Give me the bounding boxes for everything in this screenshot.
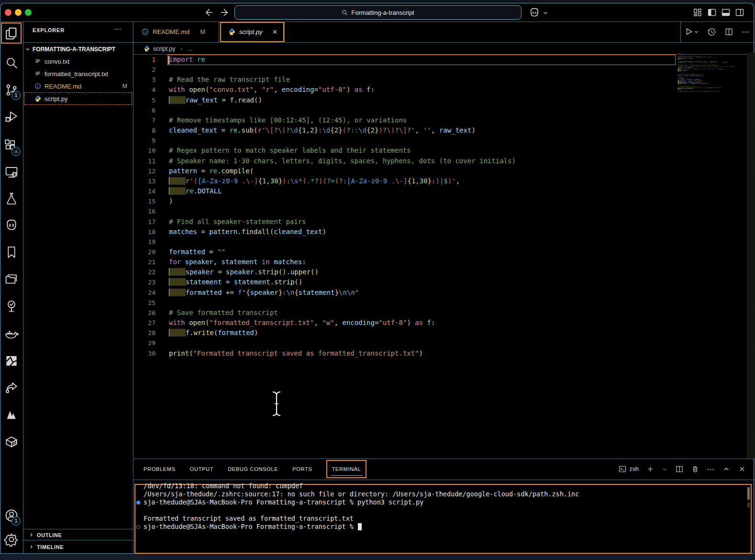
file-row-formatted_transcript.txt[interactable]: formatted_transcript.txt [24, 67, 132, 80]
chevron-right-icon [179, 46, 184, 51]
toggle-primary-sidebar-icon[interactable] [707, 7, 717, 18]
line-number[interactable]: 29 [133, 338, 155, 348]
timeline-section-header[interactable]: TIMELINE [23, 541, 133, 552]
panel-tab-debug-console[interactable]: DEBUG CONSOLE [228, 466, 278, 472]
file-row-convo.txt[interactable]: convo.txt [24, 55, 132, 67]
command-center-search[interactable]: Formatting-a-transcript [234, 5, 522, 20]
line-number[interactable]: 7 [133, 115, 155, 125]
minimap[interactable]: import re # Read the raw transcript file… [678, 53, 741, 93]
activity-item-search[interactable] [4, 55, 19, 70]
editor-scrollbar[interactable] [747, 53, 755, 459]
activity-item-remote-explorer[interactable] [4, 165, 19, 180]
explorer-more-actions-icon[interactable]: ⋯ [114, 25, 122, 34]
activity-item-settings[interactable] [4, 532, 19, 547]
file-row-script.py[interactable]: script.py [24, 92, 132, 105]
breadcrumb-file[interactable]: script.py [153, 45, 176, 52]
close-panel-icon[interactable] [738, 465, 746, 473]
activity-item-container[interactable] [4, 434, 19, 449]
command-decoration-hollow[interactable] [136, 525, 140, 529]
line-number[interactable]: 24 [133, 288, 155, 298]
line-number[interactable]: 8 [133, 125, 155, 135]
panel-tab-ports[interactable]: PORTS [292, 466, 312, 472]
kill-terminal-trash-icon[interactable] [691, 465, 699, 473]
line-number[interactable]: 30 [133, 348, 155, 358]
file-row-README.md[interactable]: README.mdM [24, 80, 132, 92]
run-python-button[interactable] [684, 27, 699, 36]
activity-item-accounts[interactable]: 1 [4, 508, 19, 523]
outline-section-header[interactable]: OUTLINE [23, 529, 133, 540]
tab-script-py[interactable]: script.py [220, 22, 284, 42]
panel-tab-terminal[interactable]: TERMINAL [326, 460, 366, 478]
copilot-icon[interactable] [528, 6, 541, 19]
activity-item-explorer[interactable] [4, 26, 19, 41]
tab-readme-md[interactable]: README.md M [133, 22, 219, 42]
command-decoration-filled[interactable] [136, 501, 140, 504]
line-number[interactable]: 17 [133, 217, 155, 227]
panel-tab-output[interactable]: OUTPUT [190, 466, 213, 472]
activity-item-source-control[interactable]: 1 [4, 82, 19, 98]
line-number[interactable]: 28 [133, 328, 155, 338]
split-editor-icon[interactable] [724, 27, 733, 36]
traffic-minimize-button[interactable] [15, 9, 22, 16]
editor-more-actions-icon[interactable]: ⋯ [742, 27, 750, 36]
new-terminal-icon[interactable] [646, 465, 655, 473]
code-editor[interactable]: 1import re23# Read the raw transcript fi… [133, 55, 747, 358]
activity-item-project-manager[interactable] [4, 271, 19, 287]
activity-item-mountain[interactable] [4, 407, 19, 423]
panel-more-actions-icon[interactable]: ⋯ [707, 465, 715, 474]
panel-tab-problems[interactable]: PROBLEMS [144, 466, 176, 472]
toggle-secondary-sidebar-icon[interactable] [734, 7, 745, 18]
line-number[interactable]: 13 [133, 176, 155, 186]
line-number[interactable]: 23 [133, 277, 155, 287]
activity-item-chat[interactable] [4, 217, 19, 233]
activity-item-run-debug[interactable] [4, 109, 19, 124]
activity-item-todo-tree[interactable] [4, 299, 19, 314]
traffic-zoom-button[interactable] [25, 9, 32, 16]
line-number[interactable]: 18 [133, 227, 155, 237]
line-number[interactable]: 25 [133, 298, 155, 308]
line-number[interactable]: 22 [133, 267, 155, 277]
terminal-output[interactable]: /dev/fd/13:18: command not found: compde… [134, 482, 746, 531]
line-number[interactable]: 12 [133, 166, 155, 176]
activity-item-testing[interactable] [4, 191, 19, 206]
timeline-history-icon[interactable] [707, 27, 716, 36]
line-number[interactable]: 3 [133, 75, 155, 85]
folder-section-header[interactable]: FORMATTING-A-TRANSCRIPT [25, 44, 132, 55]
line-number[interactable]: 4 [133, 85, 155, 95]
activity-item-share[interactable] [4, 380, 19, 395]
close-icon[interactable] [272, 29, 278, 35]
line-number[interactable]: 5 [133, 95, 155, 105]
line-number[interactable]: 2 [133, 65, 155, 75]
activity-item-extensions[interactable]: ⚠ [4, 138, 19, 154]
traffic-close-button[interactable] [5, 9, 11, 16]
line-number[interactable]: 9 [133, 135, 155, 146]
line-number[interactable]: 6 [133, 105, 155, 115]
breadcrumb[interactable]: script.py … [144, 43, 193, 54]
terminal-scrollbar-thumb[interactable] [747, 487, 750, 500]
line-number[interactable]: 21 [133, 257, 155, 267]
customize-layout-icon[interactable] [692, 7, 703, 18]
activity-item-image-preview[interactable] [4, 353, 19, 369]
line-number[interactable]: 1 [133, 55, 155, 65]
navigate-forward-button[interactable] [219, 7, 231, 18]
line-number[interactable]: 26 [133, 308, 155, 318]
line-number[interactable]: 10 [133, 146, 155, 156]
toggle-panel-icon[interactable] [721, 7, 731, 18]
activity-item-docker[interactable] [4, 326, 19, 341]
line-number[interactable]: 27 [133, 318, 155, 328]
line-number[interactable]: 15 [133, 196, 155, 206]
code-line-3: 3# Read the raw transcript file [133, 75, 747, 85]
line-number[interactable]: 16 [133, 206, 155, 216]
maximize-panel-chevron-icon[interactable] [722, 465, 731, 473]
copilot-chevron-down-icon[interactable] [542, 10, 549, 16]
activity-item-bookmarks[interactable] [4, 245, 19, 260]
line-number[interactable]: 20 [133, 247, 155, 257]
terminal-shell-selector[interactable]: zsh [618, 465, 639, 473]
line-number[interactable]: 19 [133, 237, 155, 247]
line-number[interactable]: 11 [133, 156, 155, 166]
split-terminal-icon[interactable] [675, 465, 684, 473]
breadcrumb-symbol[interactable]: … [187, 45, 193, 52]
navigate-back-button[interactable] [203, 7, 214, 18]
line-number[interactable]: 14 [133, 186, 155, 196]
launch-profile-chevron-icon[interactable] [662, 466, 668, 472]
